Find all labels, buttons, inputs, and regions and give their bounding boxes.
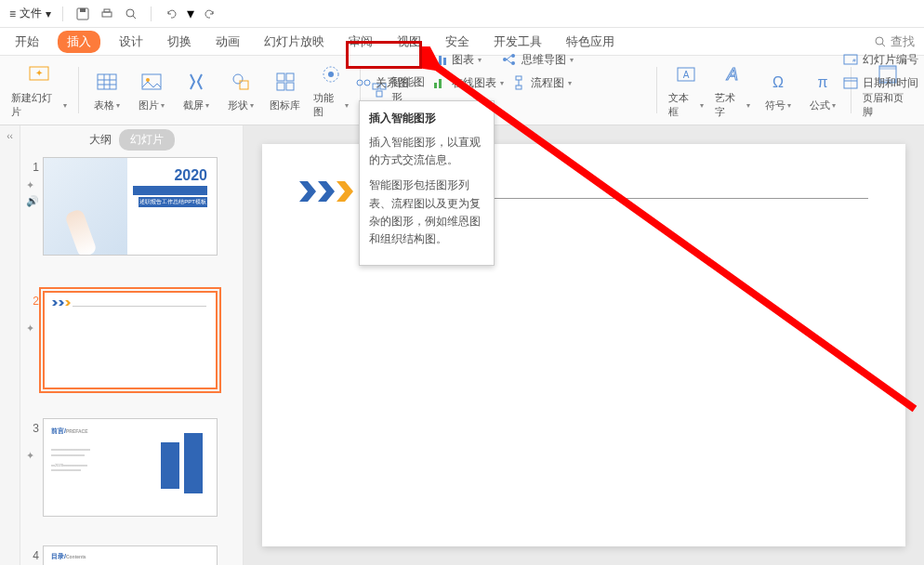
new-slide-icon: ✦ bbox=[26, 61, 52, 87]
file-menu[interactable]: ≡ 文件 ▾ bbox=[9, 6, 51, 21]
hamburger-icon: ≡ bbox=[9, 7, 16, 20]
thumb-row-2: 2 bbox=[24, 291, 239, 389]
svg-rect-32 bbox=[443, 58, 446, 65]
s3-sub: PREFACE bbox=[66, 428, 88, 434]
audio-marker-icon: 🔊 bbox=[26, 195, 41, 207]
flowchart-icon bbox=[510, 74, 527, 91]
svg-line-7 bbox=[882, 44, 885, 46]
new-slide-button[interactable]: ✦ 新建幻灯片▾ bbox=[7, 60, 71, 120]
tab-transition[interactable]: 切换 bbox=[162, 30, 197, 54]
collapse-icon[interactable]: ‹‹ bbox=[7, 131, 13, 141]
slide-arrows-graphic bbox=[299, 181, 353, 202]
table-label: 表格 bbox=[94, 99, 114, 112]
online-chart-button[interactable]: 在线图表 ▾ bbox=[428, 71, 508, 95]
svg-rect-53 bbox=[844, 78, 857, 88]
svg-rect-34 bbox=[439, 79, 442, 88]
tab-animation[interactable]: 动画 bbox=[210, 30, 245, 54]
tab-insert[interactable]: 插入 bbox=[58, 31, 100, 53]
tab-start[interactable]: 开始 bbox=[9, 30, 45, 54]
thumb-2[interactable] bbox=[43, 291, 218, 389]
tab-review[interactable]: 审阅 bbox=[343, 30, 378, 54]
thumb-1[interactable]: 2020 述职报告工作总结PPT模板 bbox=[43, 157, 218, 256]
shapes-icon bbox=[228, 69, 254, 95]
mindmap-button[interactable]: 思维导图 ▾ bbox=[497, 47, 577, 72]
table-icon bbox=[94, 69, 120, 95]
svg-point-28 bbox=[357, 80, 363, 85]
symbol-button[interactable]: Ω 符号▾ bbox=[758, 60, 799, 120]
thumb-num-2: 2 bbox=[24, 291, 39, 308]
svg-point-4 bbox=[126, 9, 134, 17]
table-button[interactable]: 表格▾ bbox=[86, 60, 127, 120]
datetime-icon bbox=[842, 74, 859, 91]
equation-label: 公式 bbox=[810, 99, 830, 112]
screenshot-button[interactable]: 截屏▾ bbox=[176, 60, 217, 120]
svg-text:A: A bbox=[726, 65, 738, 84]
symbol-icon: Ω bbox=[765, 69, 791, 95]
tab-slideshow[interactable]: 幻灯片放映 bbox=[258, 30, 330, 54]
func-chart-label: 功能图 bbox=[313, 91, 343, 119]
svg-point-24 bbox=[328, 72, 334, 77]
func-chart-icon bbox=[318, 61, 344, 87]
quick-access-toolbar: ≡ 文件 ▾ ▾ bbox=[0, 0, 924, 28]
outline-tab[interactable]: 大纲 bbox=[89, 132, 112, 148]
func-chart-button[interactable]: 功能图▾ bbox=[310, 60, 352, 120]
icon-library-icon bbox=[272, 69, 298, 95]
relation-label: 关系图 bbox=[376, 75, 409, 91]
s3-title: 前言/ bbox=[51, 427, 66, 434]
flowchart-button[interactable]: 流程图 ▾ bbox=[507, 71, 575, 95]
svg-text:#: # bbox=[852, 58, 856, 63]
print-preview-icon[interactable] bbox=[123, 6, 139, 22]
chart-icon bbox=[431, 51, 448, 68]
picture-button[interactable]: 图片▾ bbox=[131, 60, 172, 120]
relation-button[interactable]: 关系图 ▾ bbox=[351, 71, 420, 95]
chart-button[interactable]: 图表 ▾ bbox=[428, 47, 485, 72]
svg-point-6 bbox=[876, 37, 883, 45]
tooltip-smart-art: 插入智能图形 插入智能图形，以直观的方式交流信息。 智能图形包括图形列表、流程图… bbox=[359, 100, 495, 266]
thumb-4[interactable]: 目录/Contents 01年度工作内容概述 02工作性成绩展示 03成功后期经… bbox=[43, 545, 218, 565]
s4-sub: Contents bbox=[66, 554, 86, 559]
tooltip-p1: 插入智能图形，以直观的方式交流信息。 bbox=[369, 134, 484, 169]
redo-icon[interactable] bbox=[202, 6, 218, 22]
animation-marker-icon: ✦ bbox=[26, 322, 41, 335]
slide-canvas[interactable] bbox=[244, 125, 924, 565]
svg-rect-15 bbox=[142, 74, 161, 89]
slide-number-icon: # bbox=[842, 51, 859, 68]
textbox-label: 文本框 bbox=[668, 91, 698, 119]
save-icon[interactable] bbox=[74, 6, 91, 22]
header-footer-label: 页眉和页脚 bbox=[863, 91, 913, 119]
flowchart-label: 流程图 bbox=[531, 75, 564, 91]
icon-library-button[interactable]: 图标库 bbox=[265, 60, 306, 120]
svg-rect-31 bbox=[439, 56, 442, 65]
svg-rect-21 bbox=[277, 83, 284, 90]
svg-line-39 bbox=[507, 59, 511, 63]
animation-marker-icon: ✦ bbox=[26, 179, 41, 191]
datetime-label: 日期和时间 bbox=[863, 75, 918, 91]
svg-line-5 bbox=[133, 16, 136, 19]
new-slide-label: 新建幻灯片 bbox=[11, 91, 61, 119]
search-icon bbox=[874, 35, 887, 48]
slide-panel: 大纲 幻灯片 1 2020 述职报告工作总结PPT模板 ✦ 🔊 2 bbox=[20, 125, 244, 565]
equation-button[interactable]: π 公式▾ bbox=[802, 60, 843, 120]
print-icon[interactable] bbox=[99, 6, 115, 22]
thumb-3[interactable]: 前言/PREFACE xxxxxxxxxxxxxxxxxxxxxxxxxxxxx… bbox=[43, 418, 218, 517]
svg-rect-30 bbox=[434, 59, 437, 65]
picture-label: 图片 bbox=[139, 99, 159, 112]
svg-text:✦: ✦ bbox=[35, 68, 43, 78]
slide-number-button[interactable]: # 幻灯片编号 bbox=[838, 47, 922, 72]
tab-view[interactable]: 视图 bbox=[391, 30, 427, 54]
thumb-row-3: 3 前言/PREFACE xxxxxxxxxxxxxxxxxxxxxxxxxxx… bbox=[24, 418, 239, 517]
undo-chevron-icon[interactable]: ▾ bbox=[187, 5, 194, 22]
datetime-button[interactable]: 日期和时间 bbox=[838, 71, 922, 95]
wordart-button[interactable]: A 艺术字▾ bbox=[711, 60, 754, 120]
svg-text:π: π bbox=[818, 74, 828, 90]
svg-text:Ω: Ω bbox=[772, 74, 784, 90]
svg-point-29 bbox=[364, 80, 370, 85]
tab-design[interactable]: 设计 bbox=[113, 30, 149, 54]
textbox-button[interactable]: A 文本框▾ bbox=[665, 60, 707, 120]
s4-title: 目录/ bbox=[51, 553, 66, 559]
undo-icon[interactable] bbox=[163, 6, 179, 22]
textbox-icon: A bbox=[673, 61, 699, 87]
shapes-button[interactable]: 形状▾ bbox=[220, 60, 261, 120]
slides-tab[interactable]: 幻灯片 bbox=[119, 129, 175, 151]
mindmap-label: 思维导图 bbox=[521, 52, 566, 68]
